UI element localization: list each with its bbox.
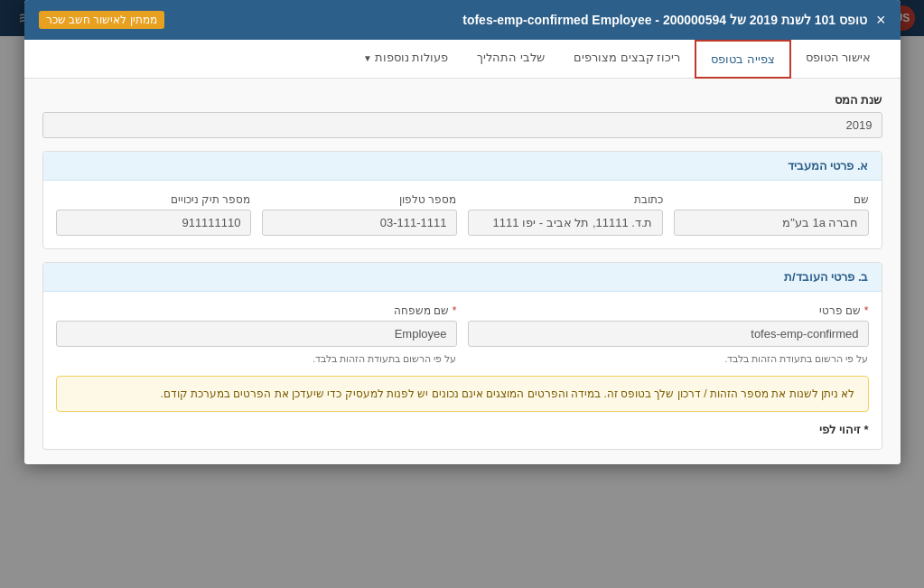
section-a-body: שם כתובת מספר טלפון מספר תיק ניכויי <box>43 181 882 248</box>
section-a-card: א. פרטי המעביד שם כתובת מספר טלפון <box>42 151 882 249</box>
field-phone-input[interactable] <box>262 210 457 236</box>
tab-view-form[interactable]: צפייה בטופס <box>695 40 791 79</box>
modal-header: × טופס 101 לשנת 2019 של 200000594 - tofe… <box>24 0 901 40</box>
modal-body: שנת המס א. פרטי המעביד שם כתובת <box>24 79 901 464</box>
field-phone: מספר טלפון <box>262 193 457 236</box>
close-button[interactable]: × <box>876 12 886 28</box>
modal-title: טופס 101 לשנת 2019 של 200000594 - tofes-… <box>173 13 867 27</box>
tab-approval[interactable]: אישור הטופס <box>791 40 886 78</box>
tax-year-label: שנת המס <box>42 93 882 107</box>
field-last-name-label: שם משפחה <box>56 304 457 317</box>
section-a-fields: שם כתובת מספר טלפון מספר תיק ניכויי <box>56 193 869 236</box>
field-first-name-note: על פי הרשום בתעודת הזהות בלבד. <box>468 353 869 365</box>
modal-overlay: × טופס 101 לשנת 2019 של 200000594 - tofe… <box>0 0 924 588</box>
modal: × טופס 101 לשנת 2019 של 200000594 - tofe… <box>24 0 901 464</box>
field-name: שם <box>674 193 869 236</box>
field-last-name-input[interactable] <box>56 321 457 347</box>
field-name-label: שם <box>674 193 869 206</box>
field-last-name: שם משפחה על פי הרשום בתעודת הזהות בלבד. <box>56 304 457 365</box>
section-b-body: שם פרטי על פי הרשום בתעודת הזהות בלבד. ש… <box>43 292 882 449</box>
field-first-name-label: שם פרטי <box>468 304 869 317</box>
tab-progress-steps[interactable]: שלבי התהליך <box>462 40 559 78</box>
modal-tabs: אישור הטופס צפייה בטופס ריכוז קבצים מצור… <box>24 40 901 79</box>
field-name-input[interactable] <box>674 210 869 236</box>
identity-label: * זיהוי לפי <box>56 423 869 436</box>
field-first-name: שם פרטי על פי הרשום בתעודת הזהות בלבד. <box>468 304 869 365</box>
field-address: כתובת <box>468 193 663 236</box>
field-tax-file-input[interactable] <box>56 210 251 236</box>
tab-additional-actions[interactable]: פעולות נוספות <box>349 40 462 78</box>
warning-box: לא ניתן לשנות את מספר הזהות / דרכון שלך … <box>56 376 869 412</box>
section-b-header: ב. פרטי העובד/ת <box>43 263 882 292</box>
section-b-card: ב. פרטי העובד/ת שם פרטי על פי הרשום בתעו… <box>42 262 882 450</box>
tab-file-reconciliation[interactable]: ריכוז קבצים מצורפים <box>559 40 695 78</box>
tax-year-input[interactable] <box>42 112 882 138</box>
field-tax-file-label: מספר תיק ניכויים <box>56 193 251 206</box>
section-b-fields: שם פרטי על פי הרשום בתעודת הזהות בלבד. ש… <box>56 304 869 365</box>
field-phone-label: מספר טלפון <box>262 193 457 206</box>
status-badge: ממתין לאישור חשב שכר <box>39 11 164 29</box>
section-a-header: א. פרטי המעביד <box>43 152 882 181</box>
field-address-label: כתובת <box>468 193 663 206</box>
field-last-name-note: על פי הרשום בתעודת הזהות בלבד. <box>56 353 457 365</box>
field-first-name-input[interactable] <box>468 321 869 347</box>
field-tax-file: מספר תיק ניכויים <box>56 193 251 236</box>
field-address-input[interactable] <box>468 210 663 236</box>
